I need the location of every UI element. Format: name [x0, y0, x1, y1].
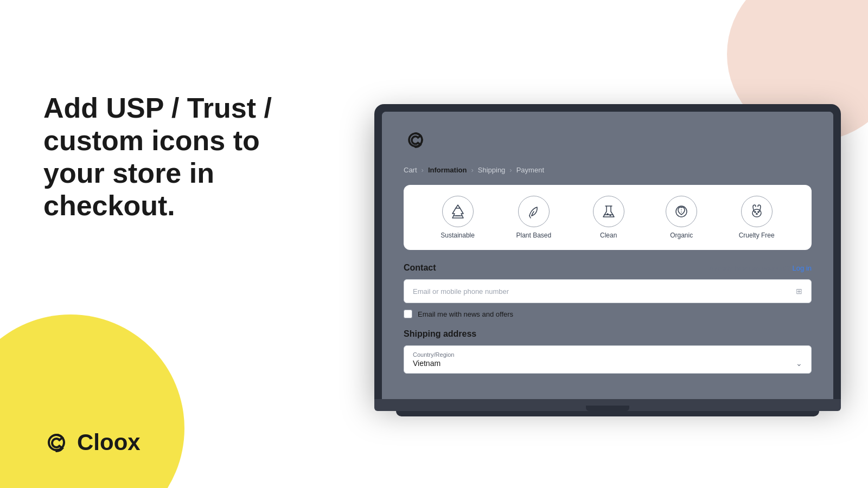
svg-point-6 [756, 213, 757, 214]
breadcrumb-cart[interactable]: Cart [404, 166, 417, 174]
usp-cruelty-free-icon-circle [741, 196, 773, 227]
laptop-screen-outer: Cart › Information › Shipping › Payment [374, 104, 841, 399]
usp-cruelty-free: Cruelty Free [739, 196, 775, 239]
laptop-notch [586, 406, 629, 411]
usp-clean-icon-circle [593, 196, 624, 227]
login-prompt: Already have an account? Log in [709, 264, 812, 272]
breadcrumb-shipping[interactable]: Shipping [478, 166, 506, 174]
newsletter-checkbox[interactable] [404, 310, 412, 318]
usp-plant-based-label: Plant Based [516, 232, 551, 239]
leaf-icon [525, 203, 542, 220]
login-link[interactable]: Log in [793, 264, 812, 272]
country-value: Vietnam [413, 359, 441, 368]
right-panel: Cart › Information › Shipping › Payment [347, 0, 868, 488]
breadcrumb: Cart › Information › Shipping › Payment [404, 166, 812, 174]
input-icon: ⊞ [796, 287, 802, 296]
svg-point-0 [607, 214, 608, 215]
left-panel: Add USP / Trust / custom icons to your s… [0, 0, 369, 488]
svg-point-5 [758, 211, 759, 213]
usp-cruelty-free-label: Cruelty Free [739, 232, 775, 239]
newsletter-label: Email me with news and offers [418, 310, 513, 318]
brand-footer: Cloox [43, 429, 141, 455]
usp-sustainable-label: Sustainable [441, 232, 475, 239]
usp-clean: Clean [593, 196, 624, 239]
laptop-screen-inner: Cart › Information › Shipping › Payment [382, 112, 833, 399]
laptop-base [374, 399, 841, 411]
usp-plant-based-icon-circle [518, 196, 550, 227]
headline: Add USP / Trust / custom icons to your s… [43, 92, 326, 222]
usp-organic-label: Organic [670, 232, 693, 239]
contact-title: Contact [404, 263, 436, 273]
laptop-foot [396, 411, 819, 416]
checkout-logo [404, 128, 812, 154]
country-select[interactable]: Country/Region Vietnam ⌄ [404, 345, 812, 374]
usp-organic-icon-circle [666, 196, 697, 227]
breadcrumb-information[interactable]: Information [428, 166, 467, 174]
shipping-title: Shipping address [404, 329, 812, 339]
contact-section-header: Contact Already have an account? Log in [404, 263, 812, 273]
checkout-ui: Cart › Information › Shipping › Payment [382, 112, 833, 399]
breadcrumb-payment[interactable]: Payment [516, 166, 544, 174]
newsletter-row: Email me with news and offers [404, 310, 812, 318]
brand-logo-icon [43, 429, 69, 455]
email-placeholder: Email or mobile phone number [413, 287, 509, 296]
country-label: Country/Region [413, 351, 802, 358]
svg-point-1 [610, 215, 611, 216]
country-value-row: Vietnam ⌄ [413, 359, 802, 368]
organic-icon [673, 203, 690, 220]
store-logo [404, 128, 427, 152]
usp-banner: Sustainable Plant Based [404, 185, 812, 250]
usp-plant-based: Plant Based [516, 196, 551, 239]
brand-name: Cloox [77, 429, 141, 455]
usp-sustainable-icon-circle [442, 196, 474, 227]
laptop-mockup: Cart › Information › Shipping › Payment [374, 104, 841, 416]
bunny-icon [748, 203, 765, 220]
usp-clean-label: Clean [600, 232, 617, 239]
recycle-icon [449, 203, 467, 220]
flask-icon [600, 203, 617, 220]
email-input[interactable]: Email or mobile phone number ⊞ [404, 279, 812, 303]
svg-point-4 [755, 211, 756, 213]
chevron-down-icon: ⌄ [796, 359, 802, 368]
usp-sustainable: Sustainable [441, 196, 475, 239]
usp-organic: Organic [666, 196, 697, 239]
